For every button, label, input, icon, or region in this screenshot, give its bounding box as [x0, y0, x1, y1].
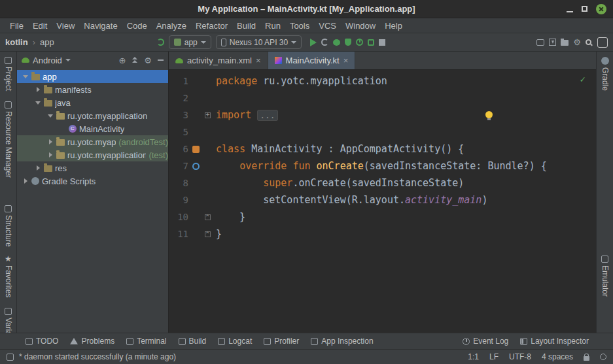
run-configuration-dropdown[interactable]: app — [169, 35, 211, 49]
menu-run[interactable]: Run — [260, 21, 285, 31]
run-with-coverage-icon[interactable] — [345, 39, 351, 46]
minimize-icon[interactable] — [567, 11, 573, 12]
tool-window-layout-inspector[interactable]: Layout Inspector — [514, 333, 595, 349]
class-marker-icon[interactable] — [192, 146, 200, 153]
tree-expand-arrow[interactable] — [47, 112, 54, 119]
profile-avatar-icon[interactable] — [597, 37, 608, 48]
line-ending[interactable]: LF — [489, 352, 499, 361]
tree-expand-arrow[interactable] — [35, 86, 41, 93]
tool-button-favorites[interactable]: ★Favorites — [4, 255, 13, 297]
fold-marker[interactable] — [203, 214, 212, 220]
fold-end-icon[interactable] — [205, 214, 211, 220]
breadcrumb-module[interactable]: app — [40, 37, 54, 47]
tool-window-terminal[interactable]: Terminal — [120, 333, 172, 349]
intention-bulb-icon[interactable] — [485, 111, 493, 118]
fold-marker[interactable] — [203, 112, 212, 118]
close-icon[interactable] — [596, 4, 606, 14]
device-file-explorer-icon[interactable] — [561, 40, 569, 46]
tool-button-emulator[interactable]: Emulator — [601, 256, 610, 297]
tool-window-app-inspection[interactable]: App Inspection — [305, 333, 379, 349]
fold-marker[interactable] — [203, 231, 212, 237]
override-marker-icon[interactable] — [192, 163, 200, 170]
tool-window-logcat[interactable]: Logcat — [212, 333, 258, 349]
file-encoding[interactable]: UTF-8 — [509, 352, 531, 361]
caret-position[interactable]: 1:1 — [468, 352, 479, 361]
menu-analyze[interactable]: Analyze — [152, 21, 191, 31]
collapse-all-icon[interactable] — [131, 57, 138, 63]
titlebar[interactable]: My Application – MainActivity.kt [My_App… — [0, 0, 613, 18]
menu-code[interactable]: Code — [122, 21, 152, 31]
project-view-selector[interactable]: Android — [33, 56, 62, 65]
stop-icon[interactable] — [379, 39, 385, 46]
fold-end-icon[interactable] — [205, 231, 211, 237]
search-everywhere-icon[interactable] — [586, 39, 591, 45]
gear-icon[interactable]: ⚙ — [144, 56, 152, 65]
tree-expand-arrow[interactable] — [22, 73, 29, 80]
tree-row-gradle-scripts[interactable]: Gradle Scripts — [17, 174, 168, 188]
tree-row-ru-yotc-myapplication[interactable]: ru.yotc.myapplication — [17, 109, 168, 122]
menu-file[interactable]: File — [5, 21, 28, 31]
tree-row-ru-yotc-myapplication[interactable]: ru.yotc.myapplication (androidTest) — [17, 135, 168, 148]
menu-vcs[interactable]: VCS — [314, 21, 341, 31]
gradle-sync-icon[interactable] — [157, 39, 164, 46]
menu-build[interactable]: Build — [232, 21, 260, 31]
menu-help[interactable]: Help — [380, 21, 407, 31]
menu-view[interactable]: View — [52, 21, 79, 31]
tool-window-event-log[interactable]: Event Log — [457, 333, 514, 349]
tree-expand-arrow[interactable] — [22, 178, 29, 184]
profile-app-icon[interactable] — [356, 39, 363, 46]
close-tab-icon[interactable]: × — [256, 56, 261, 65]
tree-row-app[interactable]: app — [17, 70, 168, 83]
code-line: 3import ... — [169, 107, 596, 124]
device-selector-dropdown[interactable]: Nexus 10 API 30 — [216, 35, 302, 49]
lock-icon[interactable] — [584, 356, 589, 361]
fold-plus-icon[interactable] — [205, 112, 211, 118]
tree-expand-arrow[interactable] — [35, 99, 41, 106]
tool-button-structure[interactable]: Structure — [4, 205, 13, 247]
tree-expand-arrow[interactable] — [47, 139, 54, 145]
tool-window-problems[interactable]: Problems — [64, 333, 120, 349]
tree-row-manifests[interactable]: manifests — [17, 83, 168, 96]
code-area[interactable]: ✓ 1package ru.yotc.myapplication23import… — [169, 70, 596, 333]
apply-changes-icon[interactable] — [321, 39, 328, 46]
menu-navigate[interactable]: Navigate — [79, 21, 122, 31]
tool-window-label: Problems — [81, 337, 114, 346]
tree-row-res[interactable]: res — [17, 161, 168, 174]
debug-icon[interactable] — [333, 39, 340, 46]
line-number: 3 — [169, 110, 188, 120]
tree-expand-arrow[interactable] — [47, 152, 54, 158]
close-tab-icon[interactable]: × — [343, 56, 349, 65]
chevron-down-icon[interactable] — [65, 59, 71, 61]
indent-setting[interactable]: 4 spaces — [542, 352, 573, 361]
attach-debugger-icon[interactable] — [368, 39, 374, 46]
maximize-icon[interactable] — [582, 6, 587, 12]
tab-activity-main-xml[interactable]: activity_main.xml× — [169, 52, 268, 69]
hide-panel-icon[interactable] — [158, 59, 164, 61]
run-button[interactable] — [310, 39, 317, 46]
tree-expand-arrow[interactable] — [35, 165, 41, 171]
status-widget-icon[interactable] — [600, 354, 606, 360]
tool-button-resource-manager[interactable]: Resource Manager — [4, 101, 13, 178]
select-opened-file-icon[interactable]: ⊕ — [118, 56, 126, 65]
settings-gear-icon[interactable]: ⚙ — [573, 38, 581, 46]
tool-button-project[interactable]: Project — [4, 57, 13, 91]
tab-mainactivity-kt[interactable]: MainActivity.kt× — [268, 52, 356, 69]
android-icon — [22, 58, 29, 63]
tool-window-profiler[interactable]: Profiler — [258, 333, 305, 349]
sdk-manager-icon[interactable] — [549, 39, 556, 46]
menu-window[interactable]: Window — [341, 21, 380, 31]
device-manager-icon[interactable] — [536, 39, 544, 46]
menu-tools[interactable]: Tools — [285, 21, 314, 31]
breadcrumb-project[interactable]: kotlin — [5, 37, 28, 47]
tree-row-mainactivity[interactable]: MainActivity — [17, 122, 168, 135]
tree-item-label: res — [55, 163, 67, 173]
tree-expand-arrow — [60, 125, 66, 132]
tree-row-java[interactable]: java — [17, 96, 168, 109]
tree-row-ru-yotc-myapplication[interactable]: ru.yotc.myapplication (test) — [17, 148, 168, 161]
menu-refactor[interactable]: Refactor — [191, 21, 232, 31]
tool-window-todo[interactable]: TODO — [20, 333, 64, 349]
menu-edit[interactable]: Edit — [28, 21, 52, 31]
tool-window-switcher-icon[interactable] — [7, 354, 14, 361]
tool-window-build[interactable]: Build — [173, 333, 213, 349]
tool-button-gradle[interactable]: Gradle — [601, 57, 610, 91]
